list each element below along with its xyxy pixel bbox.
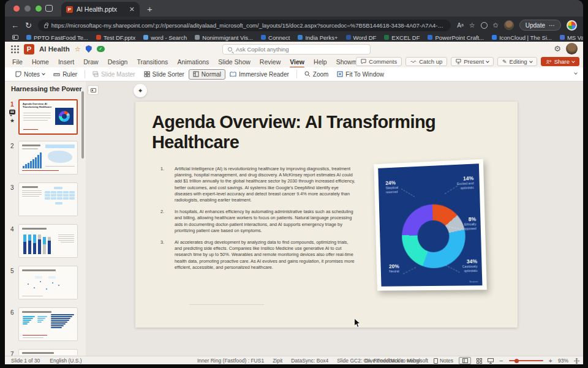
- bookmark-item[interactable]: IconCloud | The Si...: [492, 34, 552, 41]
- normal-view-button[interactable]: Normal: [189, 69, 225, 80]
- back-icon[interactable]: ←: [11, 21, 19, 29]
- chart-label: 34% Cautiously optimistic: [462, 258, 477, 273]
- present-button[interactable]: Present: [451, 57, 494, 66]
- slide-number: 6: [10, 309, 14, 316]
- bookmark-item[interactable]: MS Vacation - Ho...: [560, 34, 583, 41]
- favorite-star-icon[interactable]: ☆: [75, 45, 81, 53]
- zoom-slider[interactable]: [509, 360, 543, 361]
- menu-animations[interactable]: Animations: [177, 58, 209, 66]
- immersive-reader-button[interactable]: Immersive Reader: [225, 69, 293, 80]
- minimize-window-button[interactable]: [24, 6, 31, 12]
- catch-up-button[interactable]: Catch up: [405, 57, 447, 66]
- menu-file[interactable]: File: [12, 58, 23, 66]
- bookmark-item[interactable]: Test DF.pptx: [96, 34, 135, 41]
- list-number: 1.: [160, 166, 175, 203]
- copilot-sparkle-button[interactable]: ✦: [134, 84, 147, 97]
- fit-to-window-button[interactable]: Fit To Window: [333, 69, 388, 80]
- settings-gear-icon[interactable]: ⚙: [554, 45, 561, 53]
- zoom-in-button[interactable]: +: [549, 357, 552, 364]
- comments-button[interactable]: Comments: [356, 57, 402, 66]
- update-button[interactable]: Update ⋯: [519, 20, 561, 31]
- close-window-button[interactable]: [13, 6, 20, 12]
- normal-view-toggle[interactable]: [459, 357, 471, 364]
- account-avatar[interactable]: [566, 43, 578, 54]
- bookmark-item[interactable]: Word DF: [346, 34, 377, 41]
- bookmark-item[interactable]: EXCEL DF: [384, 34, 420, 41]
- bookmarks-bar: PPTO FastFood Te... Test DF.pptx word - …: [5, 34, 583, 42]
- profile-avatar[interactable]: [504, 20, 514, 30]
- slide-thumbnail-4[interactable]: [18, 224, 78, 258]
- pencil-icon: ✎: [502, 59, 507, 65]
- side-panel-icon[interactable]: ✩: [493, 21, 499, 29]
- chart-image[interactable]: 24% Skeptical reserved 14% Excited and o…: [374, 159, 486, 291]
- zoom-slider-knob[interactable]: [514, 359, 519, 363]
- slide-thumbnail-2[interactable]: [18, 141, 78, 175]
- editing-mode-button[interactable]: ✎ Editing: [497, 57, 537, 66]
- slide-thumbnail-3[interactable]: [18, 182, 78, 216]
- bookmark-item[interactable]: Connect: [261, 34, 290, 41]
- menu-help[interactable]: Help: [314, 58, 327, 66]
- slide-thumbnail-6[interactable]: [18, 307, 78, 341]
- browser-menu-icon[interactable]: ⋯: [549, 22, 555, 29]
- panel-scrollbar[interactable]: [81, 91, 84, 159]
- language-indicator[interactable]: English (U.S.): [50, 358, 81, 364]
- collapse-panel-button[interactable]: [88, 85, 99, 95]
- ruler-label: Ruler: [62, 71, 77, 78]
- feedback-link[interactable]: Give Feedback to Microsoft: [364, 358, 428, 364]
- zoom-window-button[interactable]: [36, 6, 42, 12]
- new-tab-button[interactable]: +: [147, 4, 153, 14]
- zoom-button[interactable]: Zoom: [300, 69, 333, 80]
- document-title[interactable]: AI Health: [39, 45, 70, 53]
- slide-body-list[interactable]: 1. Artificial Intelligence (AI) is revol…: [160, 166, 356, 271]
- tab-overview-icon[interactable]: [45, 5, 53, 12]
- ruler-button[interactable]: Ruler: [49, 69, 81, 80]
- list-item: 2. In hospitals, AI enhances efficiency …: [160, 209, 356, 234]
- browser-tab[interactable]: P AI Health.pptx ✕: [61, 2, 140, 17]
- bookmark-item[interactable]: word - Search: [143, 34, 187, 41]
- protection-shield-icon: [86, 45, 92, 53]
- bookmark-item[interactable]: PPTO FastFood Te...: [26, 34, 88, 41]
- menu-home[interactable]: Home: [32, 58, 49, 66]
- collapse-ribbon-icon[interactable]: [574, 71, 578, 75]
- reload-icon[interactable]: ↻: [25, 21, 32, 29]
- bookmark-item[interactable]: Nonimmigrant Vis...: [195, 34, 253, 41]
- menu-view[interactable]: View: [290, 58, 304, 66]
- slide-sorter-view-toggle[interactable]: [477, 358, 482, 364]
- slide-master-button[interactable]: Slide Master: [88, 69, 140, 80]
- slide-title[interactable]: Agenda Overview: AI Transforming Healthc…: [152, 112, 504, 152]
- bookmark-star-icon[interactable]: ☆: [469, 21, 475, 29]
- share-button[interactable]: Share: [541, 57, 579, 66]
- menu-design[interactable]: Design: [108, 58, 128, 66]
- copilot-search-input[interactable]: Ask Copilot anything: [222, 44, 371, 54]
- notes-toggle[interactable]: Notes: [434, 358, 453, 364]
- zoom-percentage[interactable]: 93%: [558, 358, 568, 364]
- comment-indicator-icon[interactable]: [9, 110, 15, 115]
- bookmark-item[interactable]: India Perks+: [298, 34, 337, 41]
- menu-slide-show[interactable]: Slide Show: [218, 58, 251, 66]
- zoom-out-button[interactable]: −: [499, 357, 503, 364]
- slideshow-view-toggle[interactable]: [488, 358, 494, 364]
- menu-transitions[interactable]: Transitions: [137, 58, 168, 66]
- update-label: Update: [526, 22, 545, 29]
- slide-indicator[interactable]: Slide 1 of 30: [11, 358, 40, 364]
- reading-list-icon[interactable]: [12, 35, 18, 40]
- menu-draw[interactable]: Draw: [83, 58, 99, 66]
- extension-icon[interactable]: [481, 22, 488, 29]
- menu-review[interactable]: Review: [260, 58, 281, 66]
- slide-thumbnail-5[interactable]: [18, 266, 78, 299]
- slide-sorter-button[interactable]: Slide Sorter: [140, 69, 189, 80]
- slide-thumbnail-1[interactable]: Agenda Overview: AI Transforming Healthc…: [18, 99, 78, 135]
- address-bar[interactable]: https://microsoftapc-my.sharepoint.com/:…: [38, 20, 451, 31]
- bookmark-label: PPTO FastFood Te...: [34, 34, 88, 41]
- thumb-chart-card: [55, 108, 74, 125]
- menu-insert[interactable]: Insert: [58, 58, 74, 66]
- chrome-profile-icon[interactable]: [567, 20, 577, 31]
- bookmark-item[interactable]: PowerPoint Craft...: [428, 34, 484, 41]
- notes-button[interactable]: Notes: [11, 69, 49, 80]
- slide-editor[interactable]: Agenda Overview: AI Transforming Healthc…: [135, 102, 518, 328]
- slide-thumbnail-7[interactable]: [18, 349, 78, 355]
- reader-mode-icon[interactable]: Aᵃ: [457, 22, 463, 29]
- app-launcher-icon[interactable]: [11, 45, 19, 53]
- fit-slide-to-window-icon[interactable]: [574, 358, 579, 364]
- tab-close-icon[interactable]: ✕: [129, 6, 135, 13]
